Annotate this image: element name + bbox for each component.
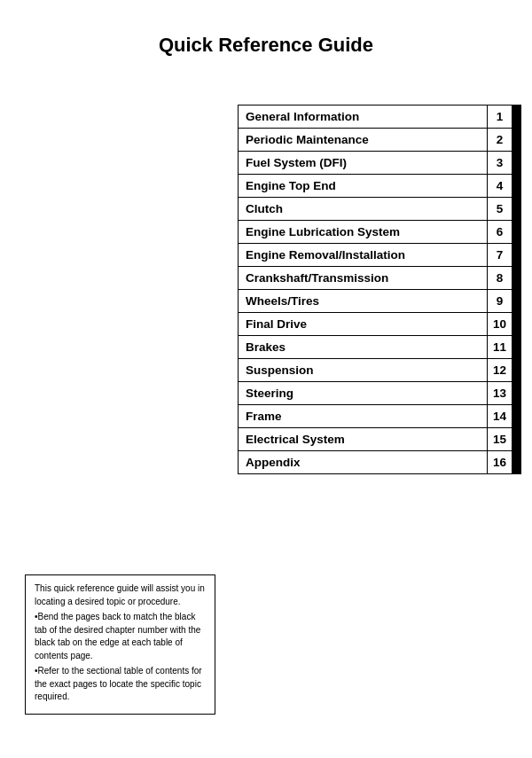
toc-row[interactable]: Appendix16 (238, 450, 521, 474)
toc-tab (512, 405, 520, 427)
toc-row[interactable]: Electrical System15 (238, 427, 521, 451)
toc-number: 14 (487, 405, 512, 427)
toc-label: Brakes (239, 336, 487, 358)
toc-tab (512, 451, 520, 473)
toc-label: Electrical System (239, 428, 487, 450)
toc-tab (512, 428, 520, 450)
page: Quick Reference Guide General Informatio… (0, 0, 532, 758)
toc-row[interactable]: Steering13 (238, 381, 521, 405)
toc-row[interactable]: Suspension12 (238, 358, 521, 382)
toc-row[interactable]: Final Drive10 (238, 312, 521, 336)
toc-label: General Information (239, 105, 487, 128)
toc-number: 13 (487, 382, 512, 404)
toc-row[interactable]: Clutch5 (238, 197, 521, 221)
toc-number: 8 (487, 267, 512, 289)
note-box: This quick reference guide will assist y… (25, 574, 215, 715)
toc-number: 3 (487, 152, 512, 174)
toc-row[interactable]: General Information1 (238, 105, 521, 129)
toc-number: 15 (487, 428, 512, 450)
toc-number: 5 (487, 198, 512, 220)
toc-label: Crankshaft/Transmission (239, 267, 487, 289)
toc-row[interactable]: Engine Lubrication System6 (238, 220, 521, 244)
toc-tab (512, 105, 520, 128)
note-line: This quick reference guide will assist y… (35, 582, 206, 608)
toc-row[interactable]: Crankshaft/Transmission8 (238, 266, 521, 290)
toc-row[interactable]: Wheels/Tires9 (238, 289, 521, 313)
toc-label: Fuel System (DFI) (239, 152, 487, 174)
toc-tab (512, 198, 520, 220)
toc-row[interactable]: Engine Removal/Installation7 (238, 243, 521, 267)
toc-tab (512, 175, 520, 197)
toc-number: 16 (487, 451, 512, 473)
toc-label: Engine Removal/Installation (239, 244, 487, 266)
toc-number: 4 (487, 175, 512, 197)
toc-label: Clutch (239, 198, 487, 220)
toc-row[interactable]: Fuel System (DFI)3 (238, 151, 521, 175)
toc-number: 1 (487, 105, 512, 128)
toc-row[interactable]: Periodic Maintenance2 (238, 128, 521, 152)
toc-number: 6 (487, 221, 512, 243)
toc-label: Steering (239, 382, 487, 404)
toc-container: General Information1Periodic Maintenance… (238, 105, 521, 473)
toc-label: Periodic Maintenance (239, 129, 487, 151)
toc-tab (512, 359, 520, 381)
toc-tab (512, 221, 520, 243)
toc-label: Appendix (239, 451, 487, 473)
toc-number: 10 (487, 313, 512, 335)
toc-label: Final Drive (239, 313, 487, 335)
toc-number: 9 (487, 290, 512, 312)
toc-tab (512, 382, 520, 404)
toc-row[interactable]: Engine Top End4 (238, 174, 521, 198)
toc-number: 2 (487, 129, 512, 151)
toc-number: 11 (487, 336, 512, 358)
toc-tab (512, 129, 520, 151)
note-line: •Refer to the sectional table of content… (35, 665, 206, 704)
toc-label: Suspension (239, 359, 487, 381)
toc-row[interactable]: Frame14 (238, 404, 521, 428)
toc-tab (512, 336, 520, 358)
toc-tab (512, 267, 520, 289)
page-title: Quick Reference Guide (0, 0, 532, 82)
note-line: •Bend the pages back to match the black … (35, 611, 206, 662)
toc-label: Engine Lubrication System (239, 221, 487, 243)
toc-label: Wheels/Tires (239, 290, 487, 312)
toc-tab (512, 313, 520, 335)
toc-number: 12 (487, 359, 512, 381)
toc-row[interactable]: Brakes11 (238, 335, 521, 359)
toc-tab (512, 290, 520, 312)
toc-label: Frame (239, 405, 487, 427)
toc-tab (512, 152, 520, 174)
toc-tab (512, 244, 520, 266)
toc-number: 7 (487, 244, 512, 266)
toc-label: Engine Top End (239, 175, 487, 197)
